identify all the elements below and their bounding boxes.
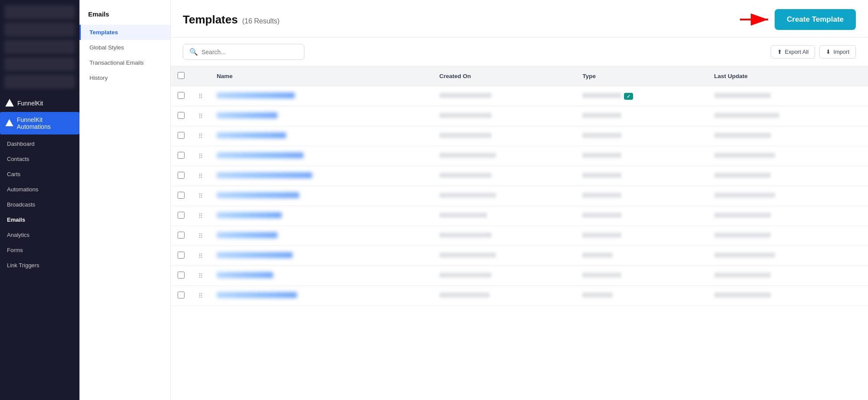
search-input[interactable] xyxy=(201,49,298,56)
row-drag-handle[interactable]: ⠿ xyxy=(191,186,210,206)
create-template-button[interactable]: Create Template xyxy=(775,9,856,30)
search-box[interactable]: 🔍 xyxy=(183,44,304,60)
row-checkbox-cell[interactable] xyxy=(171,126,191,146)
th-drag xyxy=(191,66,210,86)
drag-handle-icon[interactable]: ⠿ xyxy=(198,113,203,120)
row-checkbox-cell[interactable] xyxy=(171,86,191,106)
sidebar-item-broadcasts[interactable]: Broadcasts xyxy=(0,197,79,212)
row-drag-handle[interactable]: ⠿ xyxy=(191,226,210,246)
type-value xyxy=(582,113,621,118)
row-drag-handle[interactable]: ⠿ xyxy=(191,106,210,126)
row-checkbox[interactable] xyxy=(178,272,185,279)
row-checkbox[interactable] xyxy=(178,132,185,139)
row-checkbox[interactable] xyxy=(178,212,185,219)
row-checkbox-cell[interactable] xyxy=(171,206,191,226)
row-drag-handle[interactable]: ⠿ xyxy=(191,126,210,146)
drag-handle-icon[interactable]: ⠿ xyxy=(198,292,203,299)
drag-handle-icon[interactable]: ⠿ xyxy=(198,252,203,259)
export-all-button[interactable]: ⬆ Export All xyxy=(771,45,815,59)
row-checkbox-cell[interactable] xyxy=(171,166,191,186)
row-drag-handle[interactable]: ⠿ xyxy=(191,246,210,266)
row-drag-handle[interactable]: ⠿ xyxy=(191,206,210,226)
row-checkbox-cell[interactable] xyxy=(171,246,191,266)
type-value xyxy=(582,93,621,98)
import-button[interactable]: ⬇ Import xyxy=(819,45,856,59)
row-checkbox-cell[interactable] xyxy=(171,286,191,306)
template-name xyxy=(217,92,295,98)
row-drag-handle[interactable]: ⠿ xyxy=(191,86,210,106)
row-name[interactable] xyxy=(210,146,432,166)
secondary-nav-global-styles[interactable]: Global Styles xyxy=(79,40,170,55)
template-name xyxy=(217,132,286,138)
sidebar-item-automations[interactable]: Automations xyxy=(0,182,79,197)
sidebar-item-analytics[interactable]: Analytics xyxy=(0,227,79,243)
row-checkbox[interactable] xyxy=(178,292,185,298)
sidebar-funnelkit-brand[interactable]: FunnelKit xyxy=(0,95,79,112)
row-name[interactable] xyxy=(210,286,432,306)
table-row: ⠿ xyxy=(171,106,868,126)
drag-handle-icon[interactable]: ⠿ xyxy=(198,173,203,180)
row-drag-handle[interactable]: ⠿ xyxy=(191,266,210,286)
row-created-on xyxy=(432,266,576,286)
row-checkbox[interactable] xyxy=(178,252,185,259)
template-name xyxy=(217,232,277,238)
row-checkbox-cell[interactable] xyxy=(171,266,191,286)
row-checkbox[interactable] xyxy=(178,112,185,119)
row-created-on xyxy=(432,226,576,246)
drag-handle-icon[interactable]: ⠿ xyxy=(198,213,203,220)
row-checkbox[interactable] xyxy=(178,232,185,239)
row-drag-handle[interactable]: ⠿ xyxy=(191,166,210,186)
row-checkbox-cell[interactable] xyxy=(171,226,191,246)
table-row: ⠿ xyxy=(171,126,868,146)
drag-handle-icon[interactable]: ⠿ xyxy=(198,133,203,140)
row-name[interactable] xyxy=(210,266,432,286)
row-checkbox-cell[interactable] xyxy=(171,186,191,206)
row-name[interactable] xyxy=(210,206,432,226)
sidebar-item-forms[interactable]: Forms xyxy=(0,243,79,258)
secondary-nav-history[interactable]: History xyxy=(79,70,170,85)
select-all-checkbox[interactable] xyxy=(178,72,185,79)
drag-handle-icon[interactable]: ⠿ xyxy=(198,153,203,160)
row-checkbox[interactable] xyxy=(178,92,185,99)
row-name[interactable] xyxy=(210,246,432,266)
row-checkbox[interactable] xyxy=(178,172,185,179)
th-name: Name xyxy=(210,66,432,86)
secondary-nav-transactional-emails[interactable]: Transactional Emails xyxy=(79,55,170,70)
last-update-value xyxy=(714,113,779,118)
sidebar-item-carts[interactable]: Carts xyxy=(0,167,79,182)
secondary-nav-templates[interactable]: Templates xyxy=(79,25,170,40)
sidebar-funnelkit-automations-brand[interactable]: FunnelKit Automations xyxy=(0,112,79,134)
row-name[interactable] xyxy=(210,86,432,106)
sidebar-item-emails[interactable]: Emails xyxy=(0,212,79,227)
templates-table: Name Created On Type Last Update ⠿✓⠿⠿⠿⠿⠿… xyxy=(171,66,868,306)
row-checkbox[interactable] xyxy=(178,192,185,199)
row-name[interactable] xyxy=(210,126,432,146)
main-content: Templates (16 Results) Create Template 🔍 xyxy=(171,0,868,400)
row-name[interactable] xyxy=(210,226,432,246)
drag-handle-icon[interactable]: ⠿ xyxy=(198,233,203,239)
drag-handle-icon[interactable]: ⠿ xyxy=(198,272,203,279)
export-all-label: Export All xyxy=(785,49,809,55)
drag-handle-icon[interactable]: ⠿ xyxy=(198,193,203,200)
row-checkbox[interactable] xyxy=(178,152,185,159)
row-name[interactable] xyxy=(210,106,432,126)
row-created-on xyxy=(432,166,576,186)
sidebar-item-link-triggers[interactable]: Link Triggers xyxy=(0,258,79,273)
sidebar-item-contacts[interactable]: Contacts xyxy=(0,151,79,167)
drag-handle-icon[interactable]: ⠿ xyxy=(198,93,203,100)
row-name[interactable] xyxy=(210,186,432,206)
row-drag-handle[interactable]: ⠿ xyxy=(191,146,210,166)
svg-marker-0 xyxy=(6,100,13,106)
row-checkbox-cell[interactable] xyxy=(171,106,191,126)
th-select-all[interactable] xyxy=(171,66,191,86)
sidebar-blurred-1 xyxy=(4,5,75,19)
row-name[interactable] xyxy=(210,166,432,186)
sidebar-funnelkit-label: FunnelKit xyxy=(17,100,43,107)
row-drag-handle[interactable]: ⠿ xyxy=(191,286,210,306)
row-checkbox-cell[interactable] xyxy=(171,146,191,166)
sidebar-item-dashboard[interactable]: Dashboard xyxy=(0,136,79,151)
table-row: ⠿ xyxy=(171,186,868,206)
sidebar-blurred-4 xyxy=(4,57,75,71)
row-last-update xyxy=(707,226,868,246)
type-value xyxy=(582,233,621,238)
